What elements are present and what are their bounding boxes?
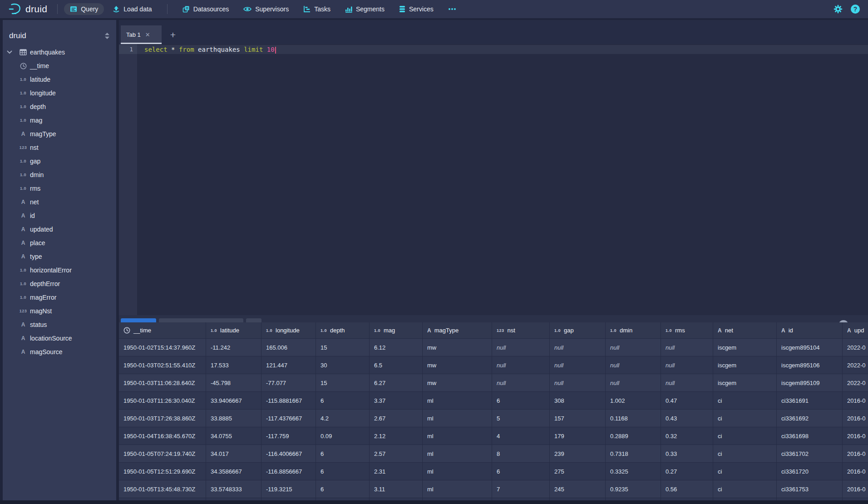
- schema-column-magSource[interactable]: AmagSource: [3, 345, 116, 359]
- float-type-icon: 1.0: [19, 104, 28, 109]
- table-cell: 6.27: [370, 374, 423, 392]
- schema-column-depth[interactable]: 1.0depth: [3, 100, 116, 114]
- table-cell: 34.017: [206, 445, 261, 463]
- table-cell: ml: [423, 445, 492, 463]
- table-cell: 33.9406667: [206, 392, 261, 410]
- column-label: rms: [30, 185, 40, 192]
- nav-item-label: Tasks: [314, 5, 330, 13]
- table-cell: 2016-0: [843, 410, 868, 427]
- string-type-icon: A: [718, 327, 722, 334]
- sql-token-pl: [263, 46, 266, 53]
- double-caret-vertical-icon[interactable]: [104, 32, 110, 40]
- sql-editor[interactable]: 1 select * from earthquakes limit 10: [119, 44, 868, 315]
- help-icon[interactable]: ?: [851, 5, 860, 14]
- settings-gear-icon[interactable]: [833, 5, 843, 14]
- column-header-rms[interactable]: 1.0rms: [661, 322, 713, 339]
- nav-item-services[interactable]: Services: [393, 3, 439, 15]
- schema-column-dmin[interactable]: 1.0dmin: [3, 168, 116, 182]
- schema-column-net[interactable]: Anet: [3, 195, 116, 209]
- load-data-icon: [113, 5, 120, 13]
- horizontal-scrollbar[interactable]: [0, 500, 868, 504]
- column-header-latitude[interactable]: 1.0latitude: [206, 322, 261, 339]
- tab-tab1[interactable]: Tab 1 ✕: [121, 25, 162, 44]
- table-cell: mw: [423, 339, 492, 356]
- column-label: type: [30, 253, 42, 260]
- column-header-dmin[interactable]: 1.0dmin: [606, 322, 661, 339]
- column-header-nst[interactable]: 123nst: [492, 322, 550, 339]
- float-type-icon: 1.0: [666, 328, 672, 333]
- table-cell: -115.8881667: [261, 392, 316, 410]
- schema-column-latitude[interactable]: 1.0latitude: [3, 73, 116, 86]
- column-header-time[interactable]: __time: [119, 322, 206, 339]
- string-type-icon: A: [19, 253, 28, 260]
- float-type-icon: 1.0: [19, 159, 28, 163]
- column-header-id[interactable]: Aid: [777, 322, 843, 339]
- table-row: 1950-01-04T16:38:45.670Z34.0755-117.7590…: [119, 427, 868, 445]
- schema-column-id[interactable]: Aid: [3, 209, 116, 222]
- string-type-icon: A: [19, 212, 28, 219]
- schema-column-place[interactable]: Aplace: [3, 236, 116, 250]
- column-header-depth[interactable]: 1.0depth: [316, 322, 370, 339]
- table-row: 1950-01-05T13:45:48.730Z33.5748333-119.3…: [119, 480, 868, 498]
- table-cell: 0.27: [661, 463, 713, 480]
- column-header-longitude[interactable]: 1.0longitude: [261, 322, 316, 339]
- number-type-icon: 123: [19, 145, 28, 150]
- schema-column-magType[interactable]: AmagType: [3, 127, 116, 141]
- table-cell: 0.56: [661, 480, 713, 498]
- druid-logo[interactable]: druid: [5, 3, 51, 15]
- schema-column-type[interactable]: Atype: [3, 250, 116, 263]
- column-header-net[interactable]: Anet: [713, 322, 777, 339]
- schema-column-longitude[interactable]: 1.0longitude: [3, 86, 116, 100]
- table-cell: ci: [713, 445, 777, 463]
- schema-column-rms[interactable]: 1.0rms: [3, 182, 116, 195]
- column-label: magSource: [30, 348, 63, 356]
- table-cell: 0.33: [661, 445, 713, 463]
- schema-column-depthError[interactable]: 1.0depthError: [3, 277, 116, 291]
- column-header-mag[interactable]: 1.0mag: [370, 322, 423, 339]
- sql-token-num: 10: [267, 46, 275, 53]
- column-header-gap[interactable]: 1.0gap: [550, 322, 606, 339]
- float-type-icon: 1.0: [19, 91, 28, 95]
- nav-item-tasks[interactable]: Tasks: [297, 3, 336, 15]
- nav-item-load-data[interactable]: Load data: [107, 3, 158, 15]
- column-label: magNst: [30, 307, 52, 315]
- float-type-icon: 1.0: [19, 282, 28, 286]
- nav-item-segments[interactable]: Segments: [339, 3, 390, 15]
- table-cell: -11.242: [206, 339, 261, 356]
- table-row: 1950-01-05T12:51:29.690Z34.3586667-116.8…: [119, 463, 868, 480]
- new-tab-button[interactable]: +: [166, 28, 180, 42]
- table-cell: 1950-01-05T07:24:19.740Z: [119, 445, 206, 463]
- column-header-magType[interactable]: AmagType: [423, 322, 492, 339]
- column-header-label: mag: [384, 327, 395, 334]
- chevron-down-icon[interactable]: [3, 50, 16, 54]
- schema-column-horizontalError[interactable]: 1.0horizontalError: [3, 263, 116, 277]
- schema-column-nst[interactable]: 123nst: [3, 141, 116, 154]
- column-header-upd[interactable]: Aupd: [843, 322, 868, 339]
- table-cell: 8: [492, 445, 550, 463]
- nav-item-supervisors[interactable]: Supervisors: [237, 3, 295, 15]
- datasource-row-earthquakes[interactable]: earthquakes: [3, 45, 116, 59]
- table-cell: 1950-01-03T17:26:38.860Z: [119, 410, 206, 427]
- schema-column-mag[interactable]: 1.0mag: [3, 114, 116, 127]
- table-cell: 33.8885: [206, 410, 261, 427]
- schema-column-locationSource[interactable]: AlocationSource: [3, 331, 116, 345]
- float-type-icon: 1.0: [266, 328, 272, 333]
- table-cell: 2016-0: [843, 463, 868, 480]
- nav-item-query[interactable]: Query: [64, 3, 104, 15]
- schema-column-magError[interactable]: 1.0magError: [3, 291, 116, 304]
- table-cell: iscgem895109: [777, 374, 843, 392]
- schema-column-status[interactable]: Astatus: [3, 318, 116, 331]
- schema-column-gap[interactable]: 1.0gap: [3, 154, 116, 168]
- nav-item-more[interactable]: [442, 5, 462, 13]
- nav-item-datasources[interactable]: Datasources: [177, 3, 235, 15]
- tab-close-icon[interactable]: ✕: [145, 31, 150, 38]
- table-row: 1950-01-03T02:51:55.410Z17.533121.447306…: [119, 356, 868, 374]
- schema-column-updated[interactable]: Aupdated: [3, 222, 116, 236]
- table-cell: ci: [713, 480, 777, 498]
- table-cell: 4: [492, 427, 550, 445]
- table-cell: null: [550, 339, 606, 356]
- table-cell: 0.2889: [606, 427, 661, 445]
- table-cell: -45.798: [206, 374, 261, 392]
- schema-column-magNst[interactable]: 123magNst: [3, 304, 116, 318]
- schema-column-time[interactable]: __time: [3, 59, 116, 73]
